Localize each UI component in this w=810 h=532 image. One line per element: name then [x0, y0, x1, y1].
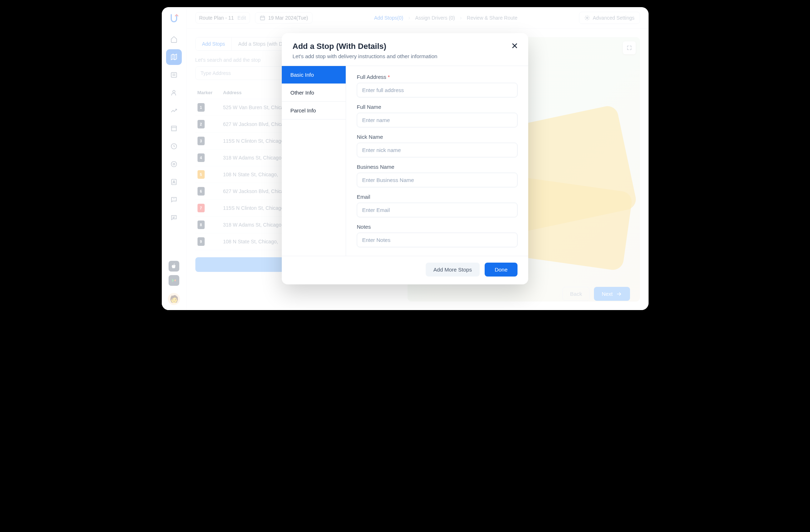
- app-frame: 🧑 Route Plan - 11 Edit 19 Mar 2024(Tue) …: [162, 7, 649, 310]
- label-notes: Notes: [357, 224, 518, 230]
- input-business-name[interactable]: [357, 173, 518, 187]
- modal-form: Full Address * Full Name Nick Name Busin…: [346, 66, 528, 256]
- label-full-name: Full Name: [357, 104, 518, 110]
- mtab-parcel-info[interactable]: Parcel Info: [282, 102, 346, 120]
- input-full-address[interactable]: [357, 83, 518, 97]
- modal-subtitle: Let's add stop with delivery instruction…: [292, 53, 518, 59]
- done-button[interactable]: Done: [485, 263, 518, 277]
- modal-overlay: Add a Stop (With Details) Let's add stop…: [162, 7, 649, 310]
- close-icon[interactable]: ✕: [511, 42, 518, 50]
- modal-title: Add a Stop (With Details): [292, 42, 518, 51]
- modal-body: Basic Info Other Info Parcel Info Full A…: [282, 66, 528, 256]
- label-nick-name: Nick Name: [357, 134, 518, 140]
- add-more-stops-button[interactable]: Add More Stops: [426, 263, 480, 277]
- input-full-name[interactable]: [357, 113, 518, 127]
- label-email: Email: [357, 194, 518, 200]
- mtab-basic-info[interactable]: Basic Info: [282, 66, 346, 84]
- label-business-name: Business Name: [357, 164, 518, 170]
- modal-footer: Add More Stops Done: [282, 256, 528, 284]
- label-full-address: Full Address *: [357, 74, 518, 80]
- input-email[interactable]: [357, 203, 518, 217]
- input-notes[interactable]: [357, 233, 518, 247]
- modal-tabs: Basic Info Other Info Parcel Info: [282, 66, 346, 256]
- add-stop-modal: Add a Stop (With Details) Let's add stop…: [282, 33, 528, 284]
- mtab-other-info[interactable]: Other Info: [282, 84, 346, 102]
- input-nick-name[interactable]: [357, 143, 518, 157]
- modal-header: Add a Stop (With Details) Let's add stop…: [282, 33, 528, 66]
